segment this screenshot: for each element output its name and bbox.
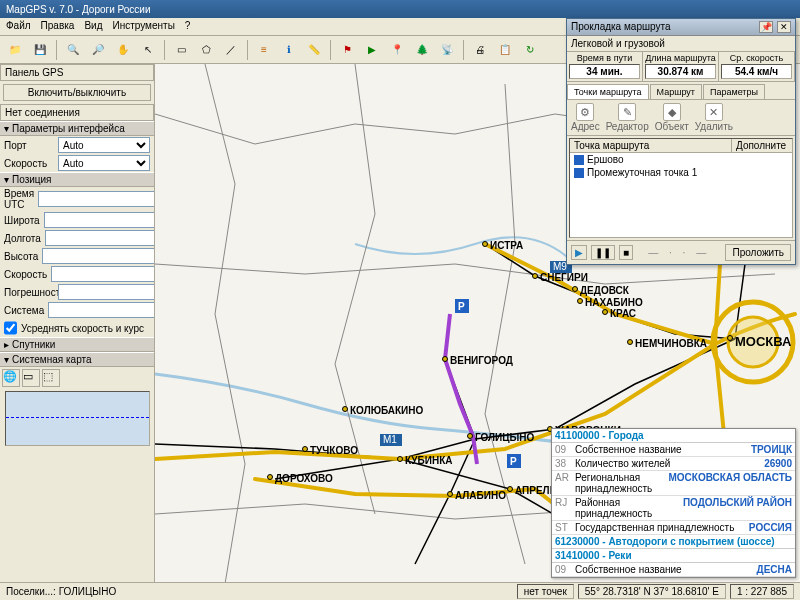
info-row: RJРайонная принадлежностьПОДОЛЬСКИЙ РАЙО…	[552, 496, 795, 521]
status-points: нет точек	[517, 584, 574, 599]
open-icon[interactable]: 📁	[4, 39, 26, 61]
field-input[interactable]	[45, 230, 155, 246]
minimap-btn1-icon[interactable]: 🌐	[2, 369, 20, 387]
position-header[interactable]: ▾Позиция	[0, 172, 154, 187]
vehicle-type[interactable]: Легковой и грузовой	[567, 36, 795, 52]
city-marker[interactable]	[532, 273, 538, 279]
play-icon[interactable]: ▶	[571, 245, 587, 260]
route-tool-button[interactable]: ✕Удалить	[695, 103, 733, 132]
route-panel-title: Прокладка маршрута	[571, 21, 670, 33]
system-map-header[interactable]: ▾Системная карта	[0, 352, 154, 367]
city-marker[interactable]	[397, 456, 403, 462]
waypoint-item[interactable]: Ершово	[570, 153, 792, 166]
tree-icon[interactable]: 🌲	[411, 39, 433, 61]
interface-params-header[interactable]: ▾Параметры интерфейса	[0, 121, 154, 136]
pan-icon[interactable]: ✋	[112, 39, 134, 61]
panel-gps-header[interactable]: Панель GPS	[0, 64, 154, 81]
save-icon[interactable]: 💾	[29, 39, 51, 61]
field-input[interactable]	[48, 302, 155, 318]
tab-route[interactable]: Маршрут	[650, 84, 702, 99]
travel-time: 34 мин.	[569, 64, 640, 79]
tab-waypoints[interactable]: Точки маршрута	[567, 84, 649, 99]
info-row: 38Количество жителей26900	[552, 457, 795, 471]
city-marker[interactable]	[572, 286, 578, 292]
field-input[interactable]	[58, 284, 155, 300]
build-route-button[interactable]: Проложить	[725, 244, 791, 261]
zoom-in-icon[interactable]: 🔍	[62, 39, 84, 61]
city-marker[interactable]	[342, 406, 348, 412]
field-input[interactable]	[42, 248, 155, 264]
city-marker[interactable]	[482, 241, 488, 247]
arrow-icon[interactable]: ↖	[137, 39, 159, 61]
city-marker[interactable]	[467, 433, 473, 439]
route-tool-button[interactable]: ⚙Адрес	[571, 103, 600, 132]
gps-toggle-button[interactable]: Включить/выключить	[3, 84, 151, 101]
info-icon[interactable]: ℹ	[278, 39, 300, 61]
window-titlebar: MapGPS v. 7.0 - Дороги России	[0, 0, 800, 18]
pin-icon[interactable]: 📍	[386, 39, 408, 61]
city-marker[interactable]	[507, 486, 513, 492]
city-label: МОСКВА	[735, 334, 791, 349]
measure-icon[interactable]: 📏	[303, 39, 325, 61]
city-marker[interactable]	[267, 474, 273, 480]
city-label: КОЛЮБАКИНО	[350, 405, 423, 416]
line-icon[interactable]: ／	[220, 39, 242, 61]
print-icon[interactable]: 🖨	[469, 39, 491, 61]
city-marker[interactable]	[442, 356, 448, 362]
collapse-icon: ▾	[4, 174, 9, 185]
city-label: АЛАБИНО	[455, 490, 506, 501]
menu-tools[interactable]: Инструменты	[112, 20, 174, 33]
speed-select[interactable]: Auto	[58, 155, 150, 171]
route-panel-titlebar[interactable]: Прокладка маршрута 📌 ✕	[567, 19, 795, 36]
waypoint-list[interactable]: Точка маршрутаДополните ЕршовоПромежуточ…	[569, 138, 793, 238]
city-marker[interactable]	[302, 446, 308, 452]
refresh-icon[interactable]: ↻	[519, 39, 541, 61]
field-input[interactable]	[44, 212, 155, 228]
minimap-btn3-icon[interactable]: ⬚	[42, 369, 60, 387]
pin-window-icon[interactable]: 📌	[759, 21, 773, 33]
menu-help[interactable]: ?	[185, 20, 191, 33]
port-select[interactable]: Auto	[58, 137, 150, 153]
flag-icon[interactable]: ⚑	[336, 39, 358, 61]
city-marker[interactable]	[602, 309, 608, 315]
select-icon[interactable]: ▭	[170, 39, 192, 61]
menu-file[interactable]: Файл	[6, 20, 31, 33]
city-marker[interactable]	[627, 339, 633, 345]
collapse-icon: ▾	[4, 354, 9, 365]
city-marker[interactable]	[447, 491, 453, 497]
menu-view[interactable]: Вид	[84, 20, 102, 33]
route-tool-button[interactable]: ◆Объект	[655, 103, 689, 132]
status-object: Поселки...: ГОЛИЦЫНО	[6, 586, 513, 597]
statusbar: Поселки...: ГОЛИЦЫНО нет точек 55° 28.73…	[0, 582, 800, 600]
menu-edit[interactable]: Правка	[41, 20, 75, 33]
poly-icon[interactable]: ⬠	[195, 39, 217, 61]
stop-icon[interactable]: ■	[619, 245, 633, 260]
gps-icon[interactable]: 📡	[436, 39, 458, 61]
city-marker[interactable]	[577, 298, 583, 304]
minimap[interactable]	[5, 391, 150, 446]
tab-params[interactable]: Параметры	[703, 84, 765, 99]
layers-icon[interactable]: ≡	[253, 39, 275, 61]
waypoint-item[interactable]: Промежуточная точка 1	[570, 166, 792, 179]
svg-text:P: P	[510, 456, 517, 467]
zoom-out-icon[interactable]: 🔎	[87, 39, 109, 61]
close-icon[interactable]: ✕	[777, 21, 791, 33]
route-tool-button[interactable]: ✎Редактор	[606, 103, 649, 132]
field-input[interactable]	[38, 191, 155, 207]
minimap-btn2-icon[interactable]: ▭	[22, 369, 40, 387]
info-row: ARРегиональная принадлежностьМОСКОВСКАЯ …	[552, 471, 795, 496]
field-label: Система	[4, 305, 44, 316]
collapse-icon: ▾	[4, 123, 9, 134]
city-label: ИСТРА	[490, 240, 523, 251]
city-marker[interactable]	[727, 335, 733, 341]
satellites-header[interactable]: ▸Спутники	[0, 337, 154, 352]
pause-icon[interactable]: ❚❚	[591, 245, 615, 260]
field-input[interactable]	[51, 266, 155, 282]
info-row: STГосударственная принадлежностьРОССИЯ	[552, 521, 795, 535]
avg-checkbox[interactable]	[4, 320, 17, 336]
route-icon[interactable]: ▶	[361, 39, 383, 61]
field-label: Долгота	[4, 233, 41, 244]
copy-icon[interactable]: 📋	[494, 39, 516, 61]
city-label: НАХАБИНО	[585, 297, 643, 308]
field-label: Широта	[4, 215, 40, 226]
